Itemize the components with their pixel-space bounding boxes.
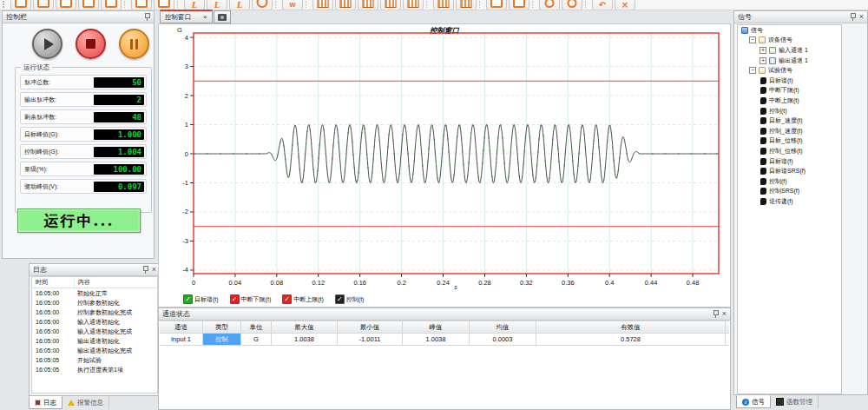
- toolbar-button-11[interactable]: [252, 0, 273, 10]
- log-column-content: 内容: [75, 278, 157, 287]
- tab-function-manager[interactable]: 函数管理: [771, 395, 819, 408]
- control-panel: 控制栏 运行状态 脉冲总数:50输出脉冲数:2剩余脉冲数:48目标峰值(G):1…: [2, 10, 155, 259]
- table-row[interactable]: Input 1控制G1.0038-1.00111.00380.00030.572…: [160, 334, 729, 346]
- tree-item-14[interactable]: 目标谱(f): [738, 156, 841, 167]
- column-header: 最大值: [272, 321, 338, 333]
- toolbar-button-13[interactable]: [312, 0, 333, 10]
- toolbar-icon: [340, 0, 352, 8]
- toolbar-icon: [408, 0, 419, 8]
- toolbar-button-19[interactable]: [456, 0, 477, 10]
- channel-status-panel: 通道状态 × 通道类型单位最大值最小值峰值均值有效值Input 1控制G1.00…: [158, 308, 731, 410]
- field-value-display: 2: [94, 95, 144, 105]
- transport-buttons: [3, 23, 154, 59]
- close-icon[interactable]: ×: [859, 13, 864, 21]
- legend-checkbox[interactable]: ✓: [230, 294, 240, 304]
- legend-item[interactable]: ✓中断上限(t): [282, 294, 324, 304]
- toolbar-button-1[interactable]: [10, 0, 31, 10]
- tree-item-13[interactable]: 控制_位移(t): [738, 146, 841, 156]
- toolbar-button-16[interactable]: [380, 0, 401, 10]
- log-row: 16:05:00控制参数初始化完成: [32, 308, 157, 317]
- tree-item-1[interactable]: 信号: [738, 25, 841, 36]
- toolbar-button-14[interactable]: [335, 0, 356, 10]
- legend-item[interactable]: ✓控制(t): [335, 294, 365, 304]
- tree-item-10[interactable]: 目标_速度(t): [738, 116, 841, 126]
- toolbar-button-25[interactable]: ×: [615, 0, 635, 10]
- expand-icon[interactable]: +: [760, 47, 766, 54]
- legend-checkbox[interactable]: ✓: [282, 294, 292, 304]
- toolbar-button-21[interactable]: [509, 0, 529, 10]
- tree-item-16[interactable]: 控制(f): [738, 176, 841, 187]
- log-tab-strip: 日志 报警信息: [29, 396, 161, 409]
- signal-icon: [760, 148, 766, 155]
- toolbar-button-12[interactable]: w: [282, 0, 303, 10]
- toolbar-drag-handle[interactable]: [3, 1, 7, 8]
- pin-icon[interactable]: [712, 310, 719, 318]
- tree-item-18[interactable]: 逆传递(f): [738, 196, 841, 207]
- toolbar-button-18[interactable]: [433, 0, 454, 10]
- toolbar-button-2[interactable]: [33, 0, 54, 10]
- collapse-icon[interactable]: −: [749, 36, 756, 43]
- close-icon[interactable]: ×: [203, 13, 207, 21]
- tab-control-window[interactable]: 控制窗口 ×: [160, 10, 213, 23]
- chart-area[interactable]: 控制窗口 G 43210-1-2-3-400.040.080.120.160.2…: [158, 23, 731, 308]
- legend-checkbox[interactable]: ✓: [335, 294, 345, 304]
- expand-icon[interactable]: +: [760, 57, 766, 64]
- tab-alarm-info[interactable]: 报警信息: [62, 396, 109, 409]
- status-field-4: 目标峰值(G):1.000: [20, 127, 147, 142]
- legend-item[interactable]: ✓目标谱(t): [183, 294, 219, 304]
- tree-item-4[interactable]: +输出通道 1: [738, 56, 841, 66]
- field-label: 剩余脉冲数:: [24, 113, 56, 122]
- toolbar-icon: [385, 0, 397, 8]
- toolbar-separator: [426, 1, 431, 8]
- legend-checkbox[interactable]: ✓: [183, 294, 193, 304]
- collapse-icon[interactable]: −: [749, 67, 756, 74]
- toolbar-button-3[interactable]: [56, 0, 76, 10]
- legend-item[interactable]: ✓中断下限(t): [230, 294, 272, 304]
- tree-item-3[interactable]: +输入通道 1: [738, 45, 841, 56]
- waveform-plot[interactable]: 43210-1-2-3-400.040.080.120.160.20.240.2…: [159, 24, 730, 285]
- tree-item-17[interactable]: 控制SRS(f): [738, 187, 841, 197]
- toolbar-button-23[interactable]: [562, 0, 582, 10]
- toolbar-button-17[interactable]: [403, 0, 424, 10]
- tab-snapshot[interactable]: [214, 10, 231, 23]
- table-cell: 1.0038: [403, 334, 470, 345]
- toolbar-button-6[interactable]: [131, 0, 152, 10]
- log-column-time: 时间: [32, 277, 75, 288]
- svg-text:1: 1: [185, 121, 188, 129]
- toolbar-button-5[interactable]: [101, 0, 122, 10]
- tree-item-15[interactable]: 目标谱SRS(f): [738, 166, 841, 176]
- toolbar-button-4[interactable]: [78, 0, 99, 10]
- play-button[interactable]: [32, 29, 62, 59]
- tree-item-8[interactable]: 中断上限(t): [738, 96, 841, 106]
- pin-icon[interactable]: [141, 266, 148, 274]
- tab-log[interactable]: 日志: [29, 396, 62, 409]
- close-icon[interactable]: ×: [152, 266, 156, 274]
- toolbar-separator: [275, 1, 279, 8]
- pin-icon[interactable]: [143, 13, 150, 21]
- tab-signal[interactable]: i 信号: [736, 395, 771, 408]
- toolbar-button-15[interactable]: [358, 0, 378, 10]
- tree-item-label: 设备信号: [768, 36, 792, 44]
- log-row: 16:05:00输入通道初始化: [32, 317, 157, 327]
- tree-item-7[interactable]: 中断下限(t): [738, 86, 841, 96]
- tree-item-9[interactable]: 控制(t): [738, 106, 841, 116]
- toolbar-button-22[interactable]: [539, 0, 560, 10]
- channel-in-icon: [769, 47, 776, 54]
- log-time: 16:05:00: [32, 309, 74, 315]
- toolbar-button-20[interactable]: [486, 0, 507, 10]
- toolbar-icon: [490, 0, 503, 8]
- tree-item-2[interactable]: −设备信号: [738, 36, 841, 46]
- tree-item-6[interactable]: 目标谱(t): [738, 76, 841, 86]
- close-icon[interactable]: ×: [722, 310, 727, 318]
- signal-icon: [760, 168, 766, 175]
- tree-item-12[interactable]: 目标_位移(t): [738, 136, 841, 147]
- toolbar-button-10[interactable]: L: [229, 0, 250, 10]
- tree-item-5[interactable]: −试验信号: [738, 65, 841, 76]
- stop-button[interactable]: [76, 29, 106, 59]
- pause-button[interactable]: [119, 29, 149, 59]
- toolbar-icon: L: [192, 0, 198, 10]
- toolbar-button-24[interactable]: ↶: [592, 0, 613, 10]
- pin-icon[interactable]: [849, 13, 856, 21]
- tree-item-11[interactable]: 控制_速度(t): [738, 126, 841, 136]
- toolbar-separator: [585, 1, 589, 8]
